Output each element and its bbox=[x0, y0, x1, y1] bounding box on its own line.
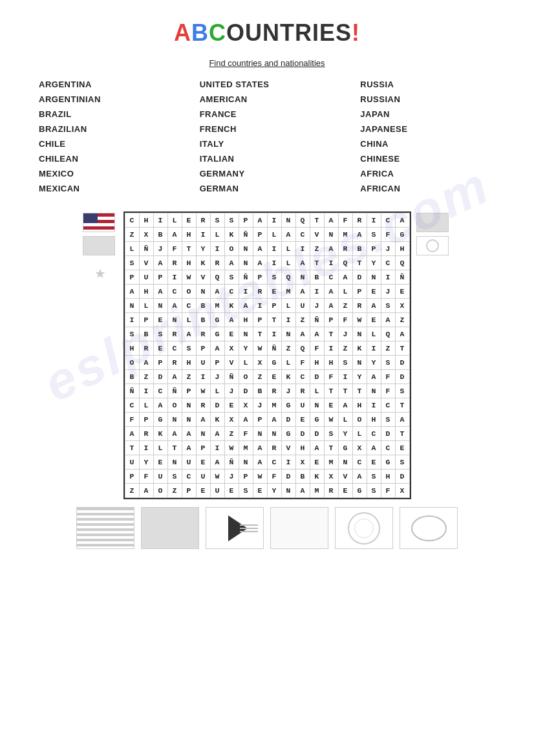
grid-cell: V bbox=[139, 256, 153, 270]
grid-cell: T bbox=[125, 441, 139, 455]
grid-cell: M bbox=[324, 455, 338, 470]
grid-cell: A bbox=[395, 413, 409, 427]
word-item: GERMAN bbox=[200, 184, 348, 193]
grid-cell: Y bbox=[239, 341, 253, 356]
grid-cell: N bbox=[153, 299, 167, 313]
grid-cell: D bbox=[395, 370, 409, 384]
grid-cell: H bbox=[182, 228, 196, 242]
grid-cell: F bbox=[139, 470, 153, 484]
grid-cell: Y bbox=[367, 256, 381, 270]
grid-cell: T bbox=[395, 341, 409, 356]
grid-cell: P bbox=[182, 384, 196, 398]
grid-cell: I bbox=[167, 270, 182, 285]
grid-cell: I bbox=[210, 441, 224, 455]
grid-cell: A bbox=[125, 285, 139, 299]
grid-cell: C bbox=[381, 213, 395, 228]
grid-cell: P bbox=[139, 413, 153, 427]
bottom-flag-2 bbox=[141, 507, 199, 549]
grid-cell: O bbox=[167, 398, 182, 413]
grid-cell: X bbox=[239, 398, 253, 413]
grid-cell: I bbox=[267, 327, 281, 341]
grid-cell: A bbox=[182, 427, 196, 441]
grid-cell: L bbox=[310, 384, 324, 398]
grid-cell: S bbox=[210, 213, 224, 228]
grid-cell: F bbox=[381, 484, 395, 498]
grid-cell: D bbox=[395, 356, 409, 370]
word-item: RUSSIA bbox=[360, 80, 508, 89]
grid-cell: B bbox=[196, 299, 210, 313]
grid-cell: W bbox=[182, 270, 196, 285]
bottom-flag-4 bbox=[270, 507, 328, 549]
grid-cell: A bbox=[167, 228, 182, 242]
grid-cell: R bbox=[338, 242, 352, 256]
grid-cell: G bbox=[281, 398, 295, 413]
grid-cell: B bbox=[352, 242, 367, 256]
grid-cell: R bbox=[139, 427, 153, 441]
grid-cell: A bbox=[295, 484, 310, 498]
grid-cell: C bbox=[153, 384, 167, 398]
grid-cell: V bbox=[338, 470, 352, 484]
grid-cell: U bbox=[125, 455, 139, 470]
word-item: BRAZIL bbox=[39, 109, 187, 119]
word-item: ARGENTINA bbox=[39, 80, 187, 89]
grid-cell: B bbox=[196, 313, 210, 327]
grid-cell: C bbox=[182, 299, 196, 313]
grid-cell: N bbox=[196, 427, 210, 441]
word-item: CHILE bbox=[39, 139, 187, 149]
grid-cell: P bbox=[253, 313, 267, 327]
grid-cell: Z bbox=[253, 370, 267, 384]
grid-cell: S bbox=[338, 356, 352, 370]
grid-cell: F bbox=[338, 213, 352, 228]
star-icon: ★ bbox=[83, 266, 118, 281]
grid-cell: E bbox=[196, 484, 210, 498]
grid-cell: P bbox=[196, 441, 210, 455]
word-item: BRAZILIAN bbox=[39, 124, 187, 134]
grid-cell: A bbox=[253, 213, 267, 228]
grid-cell: N bbox=[239, 256, 253, 270]
grid-cell: M bbox=[281, 285, 295, 299]
grid-cell: H bbox=[367, 413, 381, 427]
grid-cell: E bbox=[153, 455, 167, 470]
grid-cell: A bbox=[338, 270, 352, 285]
grid-cell: G bbox=[210, 313, 224, 327]
grid-cell: A bbox=[367, 299, 381, 313]
grid-cell: E bbox=[310, 455, 324, 470]
grid-cell: A bbox=[239, 299, 253, 313]
grid-cell: E bbox=[196, 455, 210, 470]
grid-cell: R bbox=[253, 285, 267, 299]
grid-cell: G bbox=[395, 228, 409, 242]
grid-cell: D bbox=[210, 398, 224, 413]
grid-cell: H bbox=[139, 285, 153, 299]
grid-cell: I bbox=[295, 242, 310, 256]
grid-cell: B bbox=[295, 470, 310, 484]
grid-cell: Ñ bbox=[239, 228, 253, 242]
grid-cell: D bbox=[281, 413, 295, 427]
grid-cell: Z bbox=[182, 370, 196, 384]
grid-cell: J bbox=[224, 384, 239, 398]
grid-cell: N bbox=[281, 484, 295, 498]
grid-cell: I bbox=[367, 341, 381, 356]
grid-cell: B bbox=[125, 370, 139, 384]
grid-cell: E bbox=[367, 313, 381, 327]
grid-cell: N bbox=[367, 384, 381, 398]
grid-cell: P bbox=[210, 356, 224, 370]
bottom-flag-5 bbox=[335, 507, 393, 549]
grid-cell: H bbox=[139, 213, 153, 228]
grid-cell: N bbox=[182, 413, 196, 427]
grid-cell: S bbox=[224, 270, 239, 285]
flag-placeholder-1 bbox=[83, 236, 115, 255]
grid-cell: H bbox=[182, 356, 196, 370]
grid-cell: H bbox=[352, 398, 367, 413]
grid-cell: S bbox=[267, 270, 281, 285]
grid-cell: L bbox=[267, 228, 281, 242]
grid-cell: D bbox=[395, 470, 409, 484]
grid-cell: K bbox=[352, 341, 367, 356]
grid-cell: J bbox=[224, 470, 239, 484]
grid-cell: A bbox=[324, 213, 338, 228]
grid-cell: S bbox=[125, 256, 139, 270]
bottom-row bbox=[26, 507, 508, 549]
grid-cell: N bbox=[295, 270, 310, 285]
grid-cell: E bbox=[338, 484, 352, 498]
grid-cell: N bbox=[196, 285, 210, 299]
grid-cell: Z bbox=[125, 484, 139, 498]
